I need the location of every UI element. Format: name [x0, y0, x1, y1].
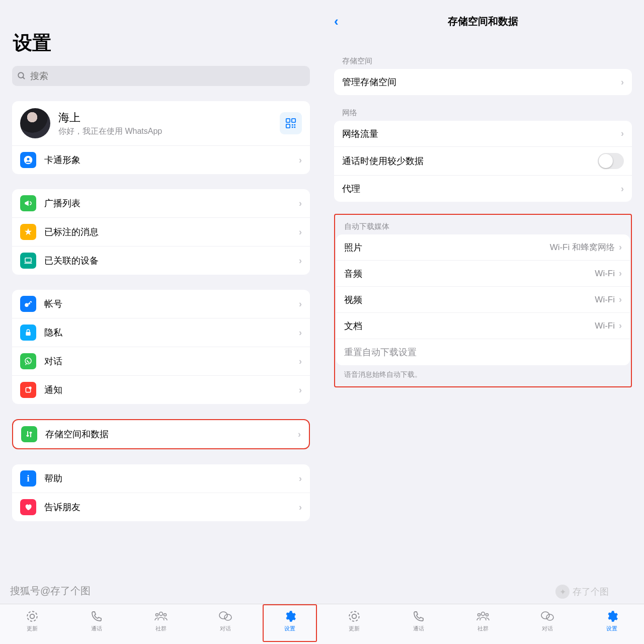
phone-icon: [91, 609, 103, 623]
svg-rect-2: [286, 119, 290, 122]
svg-point-20: [159, 612, 163, 616]
tab-updates[interactable]: 更新: [0, 607, 64, 644]
svg-point-25: [352, 614, 357, 619]
account-row[interactable]: 帐号 ›: [12, 290, 310, 318]
page-title: 存储空间和数据: [448, 15, 518, 28]
notification-icon: [20, 382, 36, 398]
nav-header: ‹ 存储空间和数据: [334, 7, 632, 35]
search-field[interactable]: [30, 71, 305, 82]
video-row[interactable]: 视频 Wi-Fi ›: [336, 287, 630, 313]
chevron-right-icon: ›: [621, 184, 624, 194]
chevron-right-icon: ›: [299, 502, 302, 513]
updates-icon: [348, 609, 361, 623]
search-icon: [17, 71, 26, 80]
tab-calls[interactable]: 通话: [386, 607, 451, 644]
profile-name: 海上: [58, 110, 280, 125]
svg-rect-8: [294, 126, 295, 128]
svg-point-0: [18, 72, 24, 78]
svg-rect-3: [292, 119, 295, 122]
tab-chats[interactable]: 对话: [193, 607, 258, 644]
profile-status: 你好，我正在使用 WhatsApp: [58, 126, 280, 137]
gear-icon: [605, 609, 618, 623]
svg-point-15: [25, 358, 31, 364]
svg-rect-14: [26, 332, 30, 336]
documents-row[interactable]: 文档 Wi-Fi ›: [336, 313, 630, 339]
tab-updates[interactable]: 更新: [322, 607, 386, 644]
tab-settings[interactable]: 设置: [580, 607, 644, 644]
avatar-row[interactable]: 卡通形象 ›: [12, 146, 310, 174]
communities-icon: [154, 609, 168, 623]
svg-point-26: [349, 611, 359, 621]
chevron-right-icon: ›: [299, 299, 302, 309]
tab-communities[interactable]: 社群: [129, 607, 193, 644]
section-storage-label: 存储空间: [342, 56, 632, 66]
less-data-toggle[interactable]: [598, 153, 624, 169]
chevron-right-icon: ›: [299, 198, 302, 209]
watermark-sohu: 搜狐号@存了个图: [10, 584, 91, 598]
chevron-right-icon: ›: [299, 227, 302, 237]
storage-row[interactable]: 存储空间和数据 ›: [13, 420, 309, 448]
megaphone-icon: [20, 195, 36, 211]
tab-chats[interactable]: 对话: [515, 607, 580, 644]
privacy-row[interactable]: 隐私 ›: [12, 318, 310, 347]
svg-rect-11: [25, 258, 31, 262]
svg-point-21: [156, 614, 158, 616]
svg-point-24: [224, 614, 231, 620]
chevron-right-icon: ›: [299, 385, 302, 395]
svg-point-18: [30, 614, 35, 619]
chats-icon: [540, 609, 554, 623]
network-usage-row[interactable]: 网络流量 ›: [334, 121, 632, 147]
tab-calls[interactable]: 通话: [64, 607, 129, 644]
audio-row[interactable]: 音频 Wi-Fi ›: [336, 261, 630, 287]
qr-code-button[interactable]: [280, 112, 302, 134]
chevron-right-icon: ›: [299, 155, 302, 166]
wechat-icon: ✦: [555, 585, 570, 599]
updates-icon: [26, 609, 39, 623]
lock-icon: [20, 325, 36, 341]
tab-communities[interactable]: 社群: [451, 607, 515, 644]
manage-storage-row[interactable]: 管理存储空间 ›: [334, 69, 632, 95]
svg-rect-4: [286, 124, 290, 128]
chevron-right-icon: ›: [299, 256, 302, 266]
svg-line-1: [23, 77, 25, 79]
data-arrows-icon: [21, 426, 37, 442]
proxy-row[interactable]: 代理 ›: [334, 176, 632, 202]
star-icon: [20, 224, 36, 240]
autodownload-section: 照片 Wi-Fi 和蜂窝网络 › 音频 Wi-Fi › 视频 Wi-Fi › 文…: [336, 234, 630, 365]
chats-icon: [218, 609, 232, 623]
chevron-right-icon: ›: [621, 128, 624, 139]
svg-point-19: [27, 611, 37, 621]
help-row[interactable]: i 帮助 ›: [12, 464, 310, 493]
heart-icon: [20, 499, 36, 515]
lists-card: 广播列表 › 已标注的消息 › 已关联的设备 ›: [12, 189, 310, 275]
chevron-right-icon: ›: [619, 294, 622, 305]
chats-row[interactable]: 对话 ›: [12, 347, 310, 376]
profile-row[interactable]: 海上 你好，我正在使用 WhatsApp: [12, 101, 310, 146]
back-button[interactable]: ‹: [334, 14, 339, 29]
svg-point-28: [478, 614, 480, 616]
svg-point-23: [219, 612, 227, 619]
page-title: 设置: [13, 30, 310, 56]
chevron-right-icon: ›: [299, 473, 302, 484]
photos-row[interactable]: 照片 Wi-Fi 和蜂窝网络 ›: [336, 234, 630, 261]
reset-autodl-row[interactable]: 重置自动下载设置: [336, 339, 630, 365]
svg-point-31: [546, 614, 553, 620]
broadcast-row[interactable]: 广播列表 ›: [12, 189, 310, 218]
settings-screen: 设置 海上 你好，我正在使用 WhatsApp: [0, 0, 322, 551]
tell-friend-row[interactable]: 告诉朋友 ›: [12, 493, 310, 521]
search-input[interactable]: [12, 66, 310, 86]
chevron-right-icon: ›: [619, 268, 622, 279]
storage-card-highlighted: 存储空间和数据 ›: [12, 419, 310, 449]
starred-row[interactable]: 已标注的消息 ›: [12, 218, 310, 247]
avatar: [20, 108, 50, 138]
storage-screen: ‹ 存储空间和数据 存储空间 管理存储空间 › 网络 网络流量 › 通话时使用较…: [322, 0, 644, 551]
svg-rect-7: [292, 126, 293, 128]
svg-point-29: [486, 614, 489, 616]
notifications-row[interactable]: 通知 ›: [12, 376, 310, 404]
tab-settings[interactable]: 设置: [258, 607, 322, 644]
chevron-right-icon: ›: [621, 77, 624, 88]
storage-section: 管理存储空间 ›: [334, 69, 632, 95]
phone-icon: [413, 609, 425, 623]
less-data-calls-row[interactable]: 通话时使用较少数据: [334, 147, 632, 176]
linked-devices-row[interactable]: 已关联的设备 ›: [12, 247, 310, 275]
